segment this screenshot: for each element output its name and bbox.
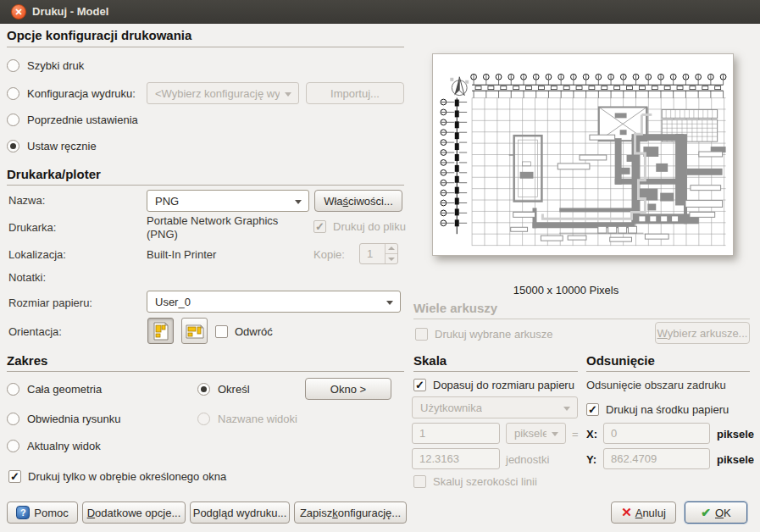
printer-label: Drukarka: <box>8 221 56 234</box>
radio-label: Szybki druk <box>27 59 84 72</box>
printer-name-dropdown[interactable]: PNG <box>147 190 309 212</box>
input-value: 1 <box>419 427 425 440</box>
radio-icon[interactable] <box>7 87 19 100</box>
print-only-window-checkbox[interactable]: Drukuj tylko w obrębie określonego okna <box>8 469 226 484</box>
additional-options-button[interactable]: Dodatkowe opcje... <box>82 502 186 524</box>
radio-icon-selected[interactable] <box>197 383 210 396</box>
radio-icon[interactable] <box>7 440 19 452</box>
radio-named-views: Nazwane widoki <box>197 411 297 426</box>
button-label: OK <box>715 507 731 519</box>
title-bar: ✕ Drukuj - Model <box>0 0 760 24</box>
divider <box>413 371 578 372</box>
section-title-printer: Drukarka/ploter <box>7 167 101 181</box>
checkbox-label: Drukuj tylko w obrębie określonego okna <box>28 470 226 483</box>
scale-value2-input: 12.3163 <box>412 448 500 469</box>
select-sheets-button: Wybierz arkusze... <box>655 322 750 344</box>
radio-previous-settings[interactable]: Poprzednie ustawienia <box>7 112 138 127</box>
center-on-paper-checkbox[interactable]: Drukuj na środku papieru <box>586 402 729 417</box>
checkbox-checked-icon[interactable] <box>586 403 599 416</box>
arrow-up-icon <box>388 247 395 250</box>
save-config-button[interactable]: Zapisz konfigurację... <box>294 502 407 524</box>
units-label: jednostki <box>506 453 549 466</box>
radio-icon <box>197 413 210 425</box>
help-button[interactable]: ? Pomoc <box>7 502 78 524</box>
input-value: 862.4709 <box>611 452 657 465</box>
help-icon: ? <box>16 506 30 519</box>
checkbox-icon <box>415 328 428 341</box>
radio-all-geometry[interactable]: Cała geometria <box>7 381 102 396</box>
checkbox-icon <box>413 475 426 488</box>
divider <box>586 371 750 372</box>
invert-checkbox[interactable]: Odwróć <box>215 324 273 339</box>
checkbox-label: Dopasuj do rozmiaru papieru <box>433 379 574 391</box>
offset-y-input: 862.4709 <box>603 448 710 469</box>
print-preview-button[interactable]: Podgląd wydruku... <box>190 502 290 524</box>
radio-icon[interactable] <box>7 114 19 126</box>
paper-size-label: Rozmiar papieru: <box>8 296 92 309</box>
orientation-label: Orientacja: <box>8 325 62 338</box>
close-icon[interactable]: ✕ <box>11 4 26 19</box>
dropdown-value: Użytkownika <box>420 402 482 414</box>
section-title-sheets: Wiele arkuszy <box>413 301 497 315</box>
ok-button[interactable]: ✔ OK <box>685 502 747 524</box>
y-unit-label: piksele <box>717 453 754 466</box>
section-title-scale: Skala <box>413 353 447 368</box>
notes-label: Notatki: <box>8 271 46 284</box>
radio-quick-print[interactable]: Szybki druk <box>7 58 84 73</box>
section-title-print-config: Opcje konfiguracji drukowania <box>7 28 191 42</box>
window-select-button[interactable]: Okno > <box>305 378 391 400</box>
radio-label: Nazwane widoki <box>218 413 297 425</box>
offset-x-input: 0 <box>603 423 710 444</box>
x-unit-label: piksele <box>717 428 754 441</box>
fit-to-paper-checkbox[interactable]: Dopasuj do rozmiaru papieru <box>413 378 574 392</box>
orientation-landscape-button[interactable] <box>181 318 208 344</box>
cancel-button[interactable]: ✕ Anuluj <box>611 502 676 524</box>
y-label: Y: <box>586 453 596 466</box>
divider <box>7 47 404 47</box>
button-label: Anuluj <box>635 507 666 519</box>
dropdown-value: PNG <box>155 195 179 208</box>
landscape-icon <box>186 323 204 340</box>
radio-icon[interactable] <box>7 413 19 425</box>
chevron-down-icon <box>295 200 302 204</box>
cancel-x-icon: ✕ <box>621 505 632 520</box>
orientation-portrait-button[interactable] <box>147 318 174 344</box>
equals-sign: = <box>572 428 579 441</box>
location-label: Lokalizacja: <box>8 248 66 261</box>
radio-icon[interactable] <box>7 59 19 72</box>
checkbox-icon[interactable] <box>215 325 228 338</box>
import-button: Importuj... <box>306 82 404 104</box>
radio-icon[interactable] <box>7 383 19 396</box>
dropdown-value: User_0 <box>155 296 191 308</box>
checkbox-checked-icon <box>313 220 326 233</box>
checkbox-checked-icon[interactable] <box>8 470 21 483</box>
arrow-down-icon <box>388 258 395 261</box>
radio-icon-selected[interactable] <box>7 140 19 152</box>
radio-current-view[interactable]: Aktualny widok <box>7 438 101 453</box>
properties-button[interactable]: Właściwości... <box>314 190 402 212</box>
checkbox-label: Drukuj wybrane arkusze <box>435 328 552 341</box>
radio-manual[interactable]: Ustaw ręcznie <box>7 138 97 153</box>
scale-unit-dropdown: piksele <box>506 423 566 444</box>
checkbox-checked-icon[interactable] <box>413 379 426 391</box>
location-value: Built-In Printer <box>147 248 216 261</box>
radio-label: Określ <box>218 383 250 396</box>
section-title-range: Zakres <box>7 353 47 368</box>
checkbox-label: Drukuj do pliku <box>333 220 406 233</box>
copies-label: Kopie: <box>313 248 345 261</box>
print-preview-image <box>432 53 734 256</box>
name-label: Nazwa: <box>8 194 45 207</box>
button-label: Pomoc <box>34 507 68 519</box>
radio-drawing-boundary[interactable]: Obwiednia rysunku <box>7 411 121 426</box>
radio-label: Poprzednie ustawienia <box>27 114 138 126</box>
copies-value: 1 <box>367 247 373 260</box>
printer-value-line1: Portable Network Graphics <box>147 214 278 227</box>
divider <box>7 185 404 186</box>
radio-label: Ustaw ręcznie <box>27 140 97 152</box>
paper-size-dropdown[interactable]: User_0 <box>147 291 401 313</box>
radio-print-config[interactable]: Konfiguracja wydruku: <box>7 86 136 101</box>
divider <box>7 371 404 372</box>
radio-specify[interactable]: Określ <box>197 381 250 396</box>
radio-label: Aktualny widok <box>27 440 101 452</box>
scale-type-dropdown: Użytkownika <box>412 396 578 418</box>
